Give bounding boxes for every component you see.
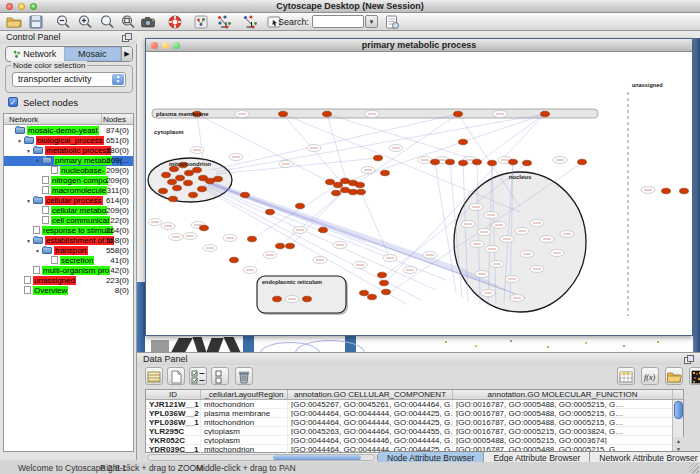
transporter-node[interactable]	[303, 296, 312, 302]
zoom-view-button[interactable]	[173, 42, 180, 49]
delete-attribute-icon[interactable]	[235, 367, 253, 385]
tree-row[interactable]: ▼biological_process651(0)	[4, 136, 133, 146]
unselect-all-attributes-icon[interactable]	[211, 367, 229, 385]
transporter-node[interactable]	[248, 236, 257, 242]
tree-row[interactable]: ▼metabolic process280(0)	[4, 146, 133, 156]
transporter-node[interactable]	[332, 190, 341, 196]
transporter-node[interactable]	[473, 159, 482, 165]
save-icon[interactable]	[28, 14, 44, 30]
horizontal-scrollbar[interactable]	[147, 454, 375, 461]
edge[interactable]	[197, 114, 204, 164]
tree-row[interactable]: response to stimulu264(0)	[4, 226, 133, 236]
zoom-fit-icon[interactable]	[120, 14, 136, 30]
transporter-node[interactable]	[459, 160, 468, 166]
transporter-node[interactable]	[176, 175, 185, 181]
float-panel-icon[interactable]	[122, 33, 132, 42]
float-panel-icon[interactable]	[684, 355, 694, 364]
transporter-node[interactable]	[170, 166, 179, 172]
node-color-dropdown[interactable]: transporter activity ▲▼	[12, 72, 126, 87]
expander-icon[interactable]: ▼	[26, 146, 33, 156]
zoom-selected-icon[interactable]	[99, 14, 115, 30]
transporter-node[interactable]	[368, 294, 377, 300]
select-nodes-checkbox[interactable]: ✓	[8, 97, 18, 107]
transporter-node[interactable]	[356, 182, 365, 188]
create-attribute-icon[interactable]	[167, 367, 185, 385]
transporter-node[interactable]	[381, 170, 390, 176]
tree-row[interactable]: ▼transport558(0)	[4, 246, 133, 256]
transporter-node[interactable]	[446, 159, 455, 165]
transporter-node[interactable]	[341, 178, 350, 184]
zoom-out-icon[interactable]	[55, 14, 71, 30]
search-dropdown-button[interactable]: ▼	[365, 15, 378, 28]
transporter-node[interactable]	[431, 159, 440, 165]
transporter-node[interactable]	[173, 185, 182, 191]
transporter-node[interactable]	[286, 243, 295, 249]
transporter-node[interactable]	[523, 160, 532, 166]
edge[interactable]	[327, 114, 346, 180]
tree-row[interactable]: secretion41(0)	[4, 256, 133, 266]
tree-row[interactable]: ▼cellular process614(0)	[4, 196, 133, 206]
transporter-node[interactable]	[319, 227, 328, 233]
select-all-attributes-icon[interactable]	[189, 367, 207, 385]
close-view-button[interactable]	[151, 42, 158, 49]
network-canvas[interactable]: plasma membranecytoplasmmitochondrionnuc…	[146, 52, 692, 335]
close-window-button[interactable]	[6, 3, 13, 10]
transporter-node[interactable]	[382, 289, 391, 295]
scrollbar-thumb[interactable]	[674, 401, 683, 419]
edge[interactable]	[476, 114, 545, 164]
vertical-scrollbar[interactable]: ▲▼	[672, 400, 683, 453]
transporter-node[interactable]	[380, 280, 389, 286]
tree-row[interactable]: Overview8(0)	[4, 286, 133, 296]
column-header[interactable]: ID	[146, 390, 201, 399]
tab-network[interactable]: Network	[6, 47, 64, 61]
zoom-window-button[interactable]	[30, 3, 37, 10]
transporter-node[interactable]	[241, 192, 250, 198]
transporter-node[interactable]	[662, 188, 671, 194]
tree-row[interactable]: cellular metabo209(0)	[4, 206, 133, 216]
apply-layout-b-icon[interactable]	[242, 14, 258, 30]
more-tabs-arrow-icon[interactable]: ▶	[121, 47, 132, 61]
table-row[interactable]: YKR052Ccytoplasm[GO:0044464, GO:0044446,…	[146, 436, 683, 445]
transporter-node[interactable]	[276, 243, 285, 249]
edge[interactable]	[216, 158, 378, 174]
transporter-node[interactable]	[326, 179, 335, 185]
transporter-node[interactable]	[680, 188, 689, 194]
transporter-node[interactable]	[459, 139, 468, 145]
matrix-view-icon[interactable]	[689, 367, 700, 385]
transporter-node[interactable]	[357, 189, 366, 195]
transporter-node[interactable]	[206, 178, 215, 184]
table-row[interactable]: YPL036W__1mitochondrion[GO:0044464, GO:0…	[146, 418, 683, 427]
help-lifering-icon[interactable]	[167, 14, 183, 30]
transporter-node[interactable]	[200, 225, 209, 231]
tree-row[interactable]: nitrogen compo209(0)	[4, 176, 133, 186]
transporter-node[interactable]	[374, 155, 383, 161]
tree-row[interactable]: ▼establishment of lo558(0)	[4, 236, 133, 246]
attribute-table-icon[interactable]	[617, 367, 635, 385]
network-window-titlebar[interactable]: primary metabolic process	[146, 39, 692, 52]
edge[interactable]	[280, 190, 345, 246]
tree-row[interactable]: multi-organism pro42(0)	[4, 266, 133, 276]
tree-row[interactable]: ▼primary metabo209(...	[4, 156, 133, 166]
search-advanced-icon[interactable]	[384, 14, 400, 30]
minimize-window-button[interactable]	[18, 3, 25, 10]
expander-icon[interactable]: ▼	[26, 196, 33, 206]
transporter-node[interactable]	[214, 176, 223, 182]
import-attributes-icon[interactable]	[665, 367, 683, 385]
transporter-node[interactable]	[541, 111, 550, 117]
table-row[interactable]: YLR295Ccytoplasm[GO:0045263, GO:0044464,…	[146, 427, 683, 436]
tree-row[interactable]: nucleobase-209(0)	[4, 166, 133, 176]
zoom-in-icon[interactable]	[77, 14, 93, 30]
resize-grip[interactable]	[689, 463, 699, 473]
transporter-node[interactable]	[509, 159, 518, 165]
transporter-node[interactable]	[273, 296, 282, 302]
tree-row[interactable]: unassigned223(0)	[4, 276, 133, 286]
tree-row[interactable]: cell communicat22(0)	[4, 216, 133, 226]
table-row[interactable]: YJR121W__1mitochondrion[GO:0045267, GO:0…	[146, 400, 683, 409]
transporter-node[interactable]	[279, 111, 288, 117]
apply-layout-a-icon[interactable]	[216, 14, 232, 30]
expander-icon[interactable]: ▼	[35, 156, 42, 166]
formula-icon[interactable]: f(x)	[641, 367, 659, 385]
minimize-view-button[interactable]	[162, 42, 169, 49]
transporter-node[interactable]	[296, 203, 305, 209]
transporter-node[interactable]	[578, 159, 587, 165]
